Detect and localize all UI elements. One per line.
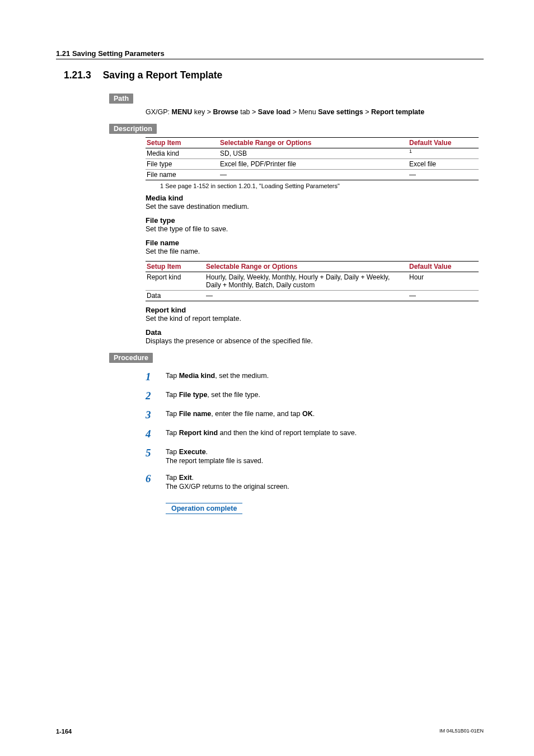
step-number: 3: [146, 409, 166, 420]
item-heading: File name: [146, 239, 484, 247]
procedure-step: 5 Tap Execute. The report template file …: [146, 447, 484, 465]
step-pre: Tap: [166, 372, 179, 380]
table-footnote: 1 See page 1-152 in section 1.20.1, "Loa…: [160, 183, 484, 189]
step-key: OK: [302, 410, 313, 418]
step-number: 5: [146, 447, 166, 458]
step-post: , set the medium.: [215, 372, 269, 380]
step-post: .: [192, 474, 194, 482]
procedure-step: 1 Tap Media kind, set the medium.: [146, 371, 484, 382]
item-text: Set the type of file to save.: [146, 225, 484, 233]
step-pre: Tap: [166, 429, 179, 437]
operation-complete-badge: Operation complete: [166, 503, 242, 514]
table-row: File name ― ―: [146, 170, 479, 180]
cell: Data: [146, 291, 205, 301]
th-options: Selectable Range or Options: [219, 138, 408, 148]
cell: Report kind: [146, 272, 205, 291]
step-number: 2: [146, 390, 166, 401]
th-default: Default Value: [408, 138, 479, 148]
item-heading: Data: [146, 328, 484, 337]
cell: ―: [219, 170, 408, 180]
step-subtext: The report template file is saved.: [166, 457, 263, 465]
description-label: Description: [109, 124, 157, 134]
section-heading: Saving a Report Template: [103, 69, 223, 81]
th-setup-item: Setup Item: [146, 262, 205, 272]
path-sep: key >: [192, 108, 213, 116]
running-header: 1.21 Saving Setting Parameters: [56, 49, 484, 59]
step-post: , set the file type.: [207, 391, 260, 399]
path-breadcrumb: GX/GP: MENU key > Browse tab > Save load…: [146, 108, 484, 116]
path-sep: > Menu: [291, 108, 318, 116]
cell: Hour: [408, 272, 479, 291]
step-post: , enter the file name, and tap: [211, 410, 302, 418]
step-subtext: The GX/GP returns to the original screen…: [166, 483, 289, 491]
footnote-ref: 1: [409, 148, 412, 154]
table-row: Report kind Hourly, Daily, Weekly, Month…: [146, 272, 479, 291]
document-id: IM 04L51B01-01EN: [439, 728, 484, 735]
step-number: 1: [146, 371, 166, 382]
page-footer: 1-164 IM 04L51B01-01EN: [56, 728, 484, 735]
cell: 1: [408, 148, 479, 159]
th-default: Default Value: [408, 262, 479, 272]
procedure-label: Procedure: [109, 353, 153, 363]
procedure-step: 4 Tap Report kind and then the kind of r…: [146, 428, 484, 439]
page-number: 1-164: [56, 728, 72, 735]
item-text: Set the save destination medium.: [146, 203, 484, 211]
cell: File name: [146, 170, 219, 180]
item-heading: Report kind: [146, 306, 484, 314]
path-seg-savesettings: Save settings: [318, 108, 363, 116]
setup-table-2: Setup Item Selectable Range or Options D…: [146, 261, 479, 301]
step-key: Exit: [179, 474, 192, 482]
cell: File type: [146, 159, 219, 170]
path-prefix: GX/GP:: [146, 108, 172, 116]
table-row: Media kind SD, USB 1: [146, 148, 479, 159]
path-label: Path: [109, 94, 133, 104]
step-key: Report kind: [179, 429, 218, 437]
step-post: .: [313, 410, 315, 418]
procedure-step: 2 Tap File type, set the file type.: [146, 390, 484, 401]
step-number: 6: [146, 473, 166, 484]
step-pre: Tap: [166, 474, 179, 482]
section-number: 1.21.3: [64, 69, 101, 81]
step-key: Execute: [179, 448, 206, 456]
cell: ―: [408, 291, 479, 301]
step-post: .: [206, 448, 208, 456]
item-text: Set the kind of report template.: [146, 315, 484, 323]
item-text: Set the file name.: [146, 248, 484, 255]
step-key: Media kind: [179, 372, 216, 380]
path-seg-reporttemplate: Report template: [371, 108, 424, 116]
cell: SD, USB: [219, 148, 408, 159]
cell: ―: [205, 291, 408, 301]
path-seg-menu: MENU: [172, 108, 193, 116]
step-pre: Tap: [166, 410, 179, 418]
path-sep: tab >: [238, 108, 258, 116]
step-key: File name: [179, 410, 212, 418]
item-text: Displays the presence or absence of the …: [146, 337, 484, 345]
cell: ―: [408, 170, 479, 180]
cell: Hourly, Daily, Weekly, Monthly, Hourly +…: [205, 272, 408, 291]
setup-table-1: Setup Item Selectable Range or Options D…: [146, 137, 479, 180]
th-setup-item: Setup Item: [146, 138, 219, 148]
step-number: 4: [146, 428, 166, 439]
path-seg-saveload: Save load: [258, 108, 291, 116]
section-title: 1.21.3 Saving a Report Template: [64, 69, 484, 81]
table-row: Data ― ―: [146, 291, 479, 301]
item-heading: File type: [146, 216, 484, 225]
step-post: and then the kind of report template to …: [218, 429, 357, 437]
step-key: File type: [179, 391, 208, 399]
th-options: Selectable Range or Options: [205, 262, 408, 272]
cell: Media kind: [146, 148, 219, 159]
step-pre: Tap: [166, 448, 179, 456]
path-sep: >: [363, 108, 371, 116]
table-row: File type Excel file, PDF/Printer file E…: [146, 159, 479, 170]
item-heading: Media kind: [146, 194, 484, 202]
procedure-step: 6 Tap Exit. The GX/GP returns to the ori…: [146, 473, 484, 491]
procedure-step: 3 Tap File name, enter the file name, an…: [146, 409, 484, 420]
cell: Excel file, PDF/Printer file: [219, 159, 408, 170]
procedure-list: 1 Tap Media kind, set the medium. 2 Tap …: [146, 371, 484, 514]
cell: Excel file: [408, 159, 479, 170]
step-pre: Tap: [166, 391, 179, 399]
path-seg-browse: Browse: [213, 108, 238, 116]
